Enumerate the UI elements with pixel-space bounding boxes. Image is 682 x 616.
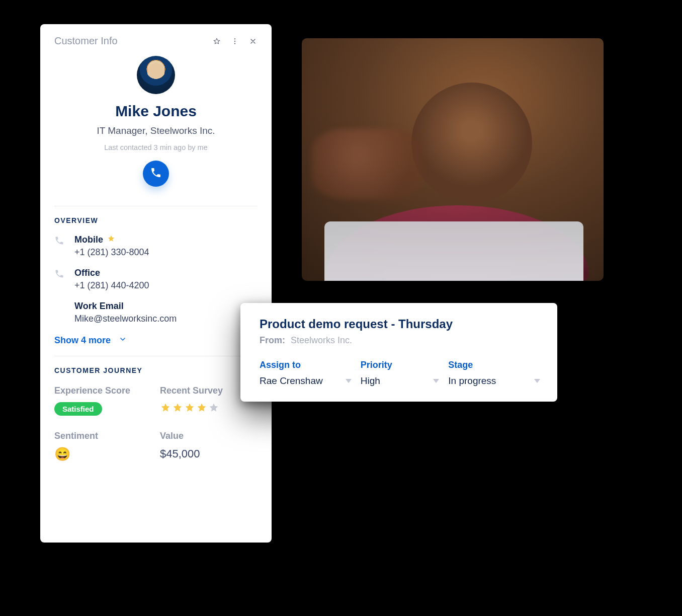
priority-value: High <box>361 375 380 387</box>
kebab-icon <box>231 37 239 45</box>
favorite-button[interactable] <box>212 37 221 46</box>
caret-down-icon <box>346 379 352 383</box>
phone-icon <box>54 236 69 246</box>
ticket-card: Product demo request - Thursday From: St… <box>240 303 557 402</box>
priority-label: Priority <box>361 360 440 370</box>
ticket-title: Product demo request - Thursday <box>260 317 540 331</box>
experience-label: Experience Score <box>54 386 152 396</box>
call-button[interactable] <box>143 161 169 187</box>
priority-select[interactable]: High <box>361 375 440 387</box>
svg-point-0 <box>234 38 235 39</box>
from-value: Steelworks Inc. <box>291 335 352 345</box>
customer-avatar <box>137 56 175 94</box>
caret-down-icon <box>433 379 439 383</box>
journey-heading: CUSTOMER JOURNEY <box>54 366 258 374</box>
overview-item-value: Mike@steelworksinc.com <box>74 314 258 324</box>
show-more-label: Show 4 more <box>54 335 111 346</box>
sentiment: Sentiment 😄 <box>54 431 152 460</box>
overview-item-label: Mobile <box>74 235 258 245</box>
hero-photo <box>302 38 604 281</box>
divider <box>54 206 258 206</box>
show-more-button[interactable]: Show 4 more <box>54 335 127 346</box>
stage-select[interactable]: In progress <box>448 375 540 387</box>
customer-role: IT Manager, Steelworks Inc. <box>54 125 258 136</box>
customer-name: Mike Jones <box>54 102 258 120</box>
priority-field: Priority High <box>361 360 440 387</box>
value-amount: $45,000 <box>160 447 258 460</box>
chevron-down-icon <box>119 335 127 346</box>
caret-down-icon <box>534 379 540 383</box>
star-filled-icon <box>196 402 207 415</box>
value-label: Value <box>160 431 258 441</box>
divider <box>54 356 258 356</box>
star-filled-icon <box>172 402 183 415</box>
experience-badge: Satisfied <box>54 402 102 416</box>
ticket-from: From: Steelworks Inc. <box>260 335 540 346</box>
contact-mobile: Mobile+1 (281) 330-8004 <box>54 235 258 258</box>
close-button[interactable] <box>248 37 258 46</box>
star-filled-icon <box>160 402 171 415</box>
assign-to-field: Assign to Rae Crenshaw <box>260 360 352 387</box>
phone-icon <box>150 167 162 181</box>
customer-info-card: Customer Info <box>40 24 272 543</box>
overview-item-label: Office <box>74 268 258 278</box>
assign-to-value: Rae Crenshaw <box>260 375 323 387</box>
phone-icon <box>54 269 69 279</box>
assign-to-label: Assign to <box>260 360 352 370</box>
card-title: Customer Info <box>54 35 118 47</box>
customer-profile: Mike Jones IT Manager, Steelworks Inc. L… <box>54 52 258 196</box>
experience-score: Experience Score Satisfied <box>54 386 152 416</box>
sentiment-label: Sentiment <box>54 431 152 441</box>
stage-label: Stage <box>448 360 540 370</box>
preferred-star-icon <box>107 235 115 245</box>
card-header: Customer Info <box>54 35 258 47</box>
overview-item-value: +1 (281) 330-8004 <box>74 247 258 258</box>
contact-work-email: Work EmailMike@steelworksinc.com <box>54 301 258 324</box>
overview-item-value: +1 (281) 440-4200 <box>74 280 258 291</box>
overview-heading: OVERVIEW <box>54 216 258 224</box>
last-contact: Last contacted 3 min ago by me <box>54 143 258 151</box>
overview-item-label: Work Email <box>74 301 258 312</box>
close-icon <box>249 37 257 45</box>
star-rating <box>160 402 219 415</box>
header-actions <box>212 37 258 46</box>
more-options-button[interactable] <box>230 37 239 46</box>
star-empty-icon <box>208 402 219 415</box>
star-filled-icon <box>184 402 195 415</box>
contact-office: Office+1 (281) 440-4200 <box>54 268 258 291</box>
customer-journey: CUSTOMER JOURNEY Experience Score Satisf… <box>54 366 258 460</box>
assign-to-select[interactable]: Rae Crenshaw <box>260 375 352 387</box>
sentiment-emoji: 😄 <box>54 447 152 460</box>
from-label: From: <box>260 335 285 345</box>
svg-point-1 <box>234 40 235 41</box>
overview-list: Mobile+1 (281) 330-8004Office+1 (281) 44… <box>54 235 258 324</box>
stage-value: In progress <box>448 375 496 387</box>
stage-field: Stage In progress <box>448 360 540 387</box>
star-outline-icon <box>213 37 221 45</box>
value: Value $45,000 <box>160 431 258 460</box>
svg-point-2 <box>234 43 235 44</box>
